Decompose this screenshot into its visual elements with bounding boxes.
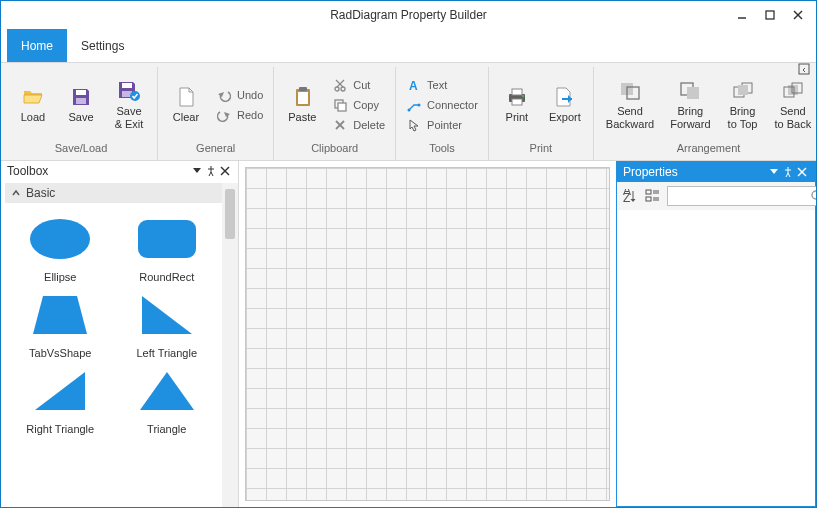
bring-to-top-button[interactable]: Bring to Top <box>721 77 765 131</box>
pointer-icon <box>406 117 422 133</box>
bring-forward-button[interactable]: Bring Forward <box>664 77 716 131</box>
delete-icon <box>332 117 348 133</box>
svg-rect-14 <box>298 92 308 104</box>
categorized-button[interactable] <box>645 186 661 206</box>
svg-rect-13 <box>299 87 307 91</box>
ribbon-group-print: Print Export Print <box>489 67 594 160</box>
svg-marker-11 <box>224 112 230 117</box>
dropdown-icon[interactable] <box>767 165 781 179</box>
svg-rect-20 <box>338 103 346 111</box>
svg-marker-10 <box>218 92 224 97</box>
send-backward-icon <box>618 79 642 103</box>
copy-button[interactable]: Copy <box>328 96 389 114</box>
connector-tool-button[interactable]: Connector <box>402 96 482 114</box>
toolbox-group-header[interactable]: Basic <box>5 183 222 203</box>
clear-button[interactable]: Clear <box>164 83 208 125</box>
toolbox-scrollbar[interactable] <box>222 183 238 507</box>
undo-icon <box>216 87 232 103</box>
svg-marker-57 <box>770 169 778 174</box>
svg-line-18 <box>336 80 343 87</box>
shape-tabvsshape[interactable]: TabVsShape <box>9 287 112 359</box>
shape-roundrect[interactable]: RoundRect <box>116 211 219 283</box>
window-buttons <box>728 5 812 25</box>
properties-panel: Properties AZ <box>616 161 816 507</box>
svg-point-70 <box>812 191 816 199</box>
sort-az-button[interactable]: AZ <box>623 186 639 206</box>
svg-rect-29 <box>512 99 522 105</box>
save-check-icon <box>117 79 141 103</box>
send-to-back-button[interactable]: Send to Back <box>769 77 818 131</box>
load-button[interactable]: Load <box>11 83 55 125</box>
text-tool-button[interactable]: A Text <box>402 76 482 94</box>
svg-line-17 <box>337 80 344 87</box>
toolbox-panel: Toolbox Basic Ellipse <box>1 161 239 507</box>
close-button[interactable] <box>784 5 812 25</box>
tab-home[interactable]: Home <box>7 29 67 62</box>
maximize-button[interactable] <box>756 5 784 25</box>
redo-button[interactable]: Redo <box>212 106 267 124</box>
send-backward-button[interactable]: Send Backward <box>600 77 660 131</box>
shape-right-triangle[interactable]: Right Triangle <box>9 363 112 435</box>
text-icon: A <box>406 77 422 93</box>
ribbon-group-arrangement: Send Backward Bring Forward Bring to Top <box>594 67 817 160</box>
pin-icon[interactable] <box>781 165 795 179</box>
svg-marker-54 <box>142 296 192 334</box>
workspace: Toolbox Basic Ellipse <box>1 161 816 507</box>
svg-marker-55 <box>35 372 85 410</box>
send-to-back-icon <box>781 79 805 103</box>
close-icon[interactable] <box>795 165 809 179</box>
properties-search-input[interactable] <box>672 190 810 202</box>
paste-button[interactable]: Paste <box>280 83 324 125</box>
properties-toolbar: AZ <box>617 182 815 210</box>
svg-rect-1 <box>766 11 774 19</box>
diagram-canvas[interactable] <box>245 167 610 501</box>
window-title: RadDiagram Property Builder <box>330 8 487 22</box>
ribbon-group-general: Clear Undo Redo <box>158 67 274 160</box>
svg-marker-48 <box>193 168 201 173</box>
printer-icon <box>505 85 529 109</box>
tabstrip: Home Settings <box>1 29 816 63</box>
scrollbar-thumb[interactable] <box>225 189 235 239</box>
bring-forward-icon <box>678 79 702 103</box>
save-button[interactable]: Save <box>59 83 103 125</box>
save-icon <box>69 85 93 109</box>
svg-rect-6 <box>76 98 86 104</box>
svg-point-15 <box>335 87 339 91</box>
ribbon-group-saveload: Load Save Save & Exit Save/Load <box>5 67 158 160</box>
tab-settings[interactable]: Settings <box>67 29 138 62</box>
pin-icon[interactable] <box>204 164 218 178</box>
file-icon <box>174 85 198 109</box>
properties-body <box>617 210 815 506</box>
delete-button[interactable]: Delete <box>328 116 389 134</box>
export-button[interactable]: Export <box>543 83 587 125</box>
minimize-button[interactable] <box>728 5 756 25</box>
cut-button[interactable]: Cut <box>328 76 389 94</box>
svg-rect-38 <box>738 85 748 95</box>
svg-rect-52 <box>138 220 196 258</box>
ribbon-group-clipboard: Paste Cut Copy <box>274 67 396 160</box>
svg-point-51 <box>30 219 90 259</box>
shape-ellipse[interactable]: Ellipse <box>9 211 112 283</box>
properties-search[interactable] <box>667 186 816 206</box>
shape-triangle[interactable]: Triangle <box>116 363 219 435</box>
properties-header: Properties <box>617 162 815 182</box>
undo-button[interactable]: Undo <box>212 86 267 104</box>
export-icon <box>553 85 577 109</box>
svg-rect-7 <box>122 83 132 88</box>
ribbon-group-tools: A Text Connector Pointer <box>396 67 489 160</box>
ribbon-expand-icon[interactable] <box>796 61 812 77</box>
titlebar: RadDiagram Property Builder <box>1 1 816 29</box>
print-button[interactable]: Print <box>495 83 539 125</box>
svg-rect-67 <box>646 197 651 201</box>
svg-point-16 <box>341 87 345 91</box>
svg-point-25 <box>418 103 421 106</box>
shape-left-triangle[interactable]: Left Triangle <box>116 287 219 359</box>
dropdown-icon[interactable] <box>190 164 204 178</box>
close-icon[interactable] <box>218 164 232 178</box>
save-exit-button[interactable]: Save & Exit <box>107 77 151 131</box>
copy-icon <box>332 97 348 113</box>
svg-point-30 <box>522 95 524 97</box>
pointer-tool-button[interactable]: Pointer <box>402 116 482 134</box>
connector-icon <box>406 97 422 113</box>
svg-text:A: A <box>409 79 418 92</box>
